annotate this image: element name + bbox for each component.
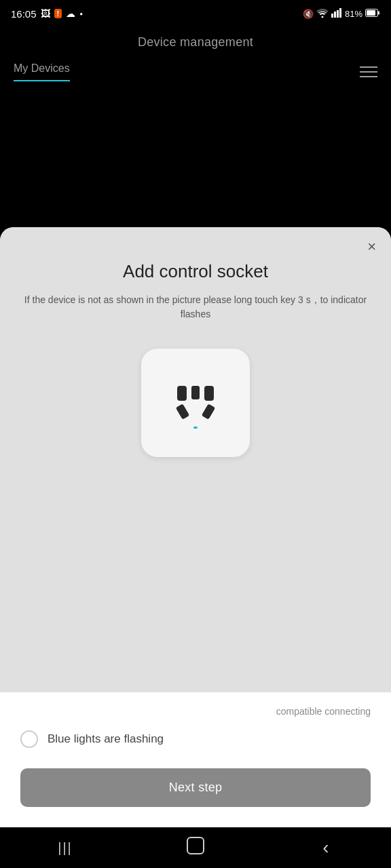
app-title: Device management <box>138 35 253 49</box>
tab-my-devices[interactable]: My Devices <box>14 62 70 81</box>
radio-button[interactable] <box>20 730 38 748</box>
app-header: Device management <box>0 27 391 55</box>
svg-point-0 <box>321 16 323 18</box>
svg-rect-11 <box>176 403 189 419</box>
photo-icon: 🖼 <box>41 8 50 19</box>
socket-illustration <box>141 349 250 457</box>
recent-apps-button[interactable]: ||| <box>45 834 86 861</box>
modal-title: Add control socket <box>123 261 268 282</box>
home-button[interactable] <box>175 834 216 861</box>
svg-rect-12 <box>202 403 215 419</box>
nav-bar: ||| ‹ <box>0 827 391 868</box>
radio-option[interactable]: Blue lights are flashing <box>20 730 371 748</box>
svg-rect-1 <box>331 14 333 18</box>
home-icon <box>186 836 205 859</box>
wifi-icon <box>316 8 329 20</box>
status-right: 🔇 81% <box>303 8 380 20</box>
svg-rect-8 <box>177 386 187 401</box>
recent-apps-icon: ||| <box>58 840 73 856</box>
modal-bottom-section: compatible connecting Blue lights are fl… <box>0 692 391 827</box>
svg-rect-14 <box>187 837 204 854</box>
svg-rect-3 <box>337 10 339 18</box>
back-button[interactable]: ‹ <box>305 834 346 861</box>
status-left: 16:05 🖼 ! ☁ ● <box>11 8 83 20</box>
svg-rect-7 <box>378 11 379 14</box>
compatible-text: compatible connecting <box>20 706 371 717</box>
tab-bar: My Devices <box>0 55 391 89</box>
back-icon: ‹ <box>322 837 329 859</box>
status-bar: 16:05 🖼 ! ☁ ● 🔇 81% <box>0 0 391 27</box>
svg-rect-13 <box>193 427 198 429</box>
modal-sheet: × Add control socket If the device is no… <box>0 227 391 827</box>
socket-svg <box>158 366 233 440</box>
dark-background <box>0 89 391 197</box>
svg-rect-10 <box>191 386 200 399</box>
svg-rect-4 <box>339 8 341 18</box>
time-display: 16:05 <box>11 8 37 20</box>
battery-icon <box>365 9 380 19</box>
battery-display: 81% <box>345 9 362 19</box>
close-button[interactable]: × <box>367 239 376 254</box>
signal-icon <box>331 8 342 20</box>
mute-icon: 🔇 <box>303 9 314 19</box>
notification-icon: ! <box>54 9 62 18</box>
dot-icon: ● <box>79 11 83 17</box>
modal-subtitle: If the device is not as shown in the pic… <box>20 293 371 321</box>
svg-rect-9 <box>204 386 214 401</box>
hamburger-menu[interactable] <box>360 66 377 77</box>
next-step-button[interactable]: Next step <box>20 768 371 807</box>
modal-top-section: Add control socket If the device is not … <box>0 227 391 692</box>
svg-rect-2 <box>334 12 336 18</box>
cloud-icon: ☁ <box>66 8 75 19</box>
svg-rect-6 <box>367 10 375 16</box>
radio-label: Blue lights are flashing <box>48 732 164 746</box>
